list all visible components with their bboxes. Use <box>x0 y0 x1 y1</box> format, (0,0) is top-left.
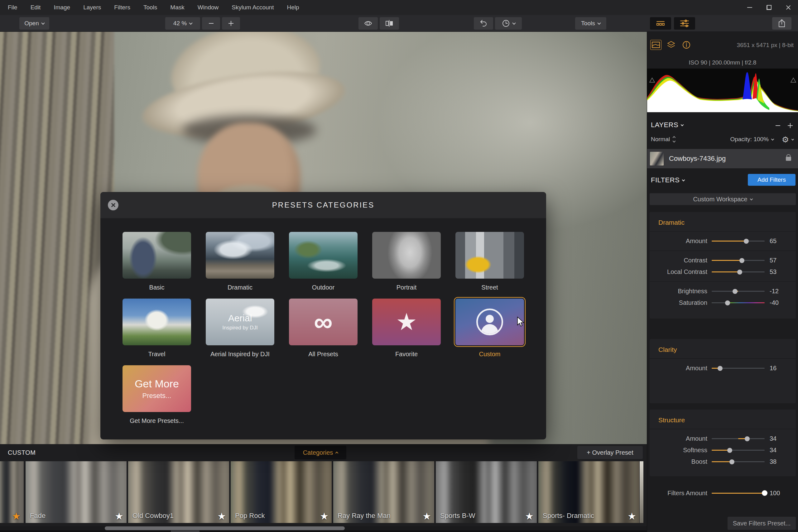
layer-settings-button[interactable] <box>782 135 794 145</box>
favorite-star-icon[interactable]: ★ <box>12 511 21 521</box>
zoom-level-dropdown[interactable]: 42 % <box>165 17 200 30</box>
favorite-star-icon[interactable]: ★ <box>422 511 431 521</box>
filmstrip-scrollbar-track[interactable] <box>0 526 647 530</box>
promo-subtitle: Presets... <box>142 392 171 400</box>
bottom-scrollbar-thumb[interactable] <box>171 530 200 532</box>
slider-track-amount[interactable] <box>712 241 765 242</box>
slider-knob-brightness[interactable] <box>733 289 738 294</box>
layers-title-button[interactable]: LAYERS <box>651 121 683 129</box>
open-button[interactable]: Open <box>19 17 49 30</box>
slider-knob-local-contrast[interactable] <box>737 270 742 274</box>
category-card-custom[interactable] <box>455 299 524 345</box>
blend-mode-dropdown[interactable]: Normal <box>651 136 675 143</box>
category-card-street[interactable] <box>455 232 524 279</box>
slider-track-boost[interactable] <box>712 461 765 462</box>
histogram-graph-icon <box>647 69 798 112</box>
slider-knob-amount[interactable] <box>718 366 723 371</box>
menu-item-edit[interactable]: Edit <box>24 0 48 15</box>
remove-layer-button[interactable] <box>774 121 782 130</box>
slider-knob-amount[interactable] <box>744 239 749 244</box>
close-window-button[interactable] <box>783 2 794 13</box>
categories-button[interactable]: Categories <box>294 446 346 459</box>
menu-item-mask[interactable]: Mask <box>164 0 191 15</box>
layer-row[interactable]: Cowboys-7436.jpg <box>647 149 798 168</box>
add-layer-button[interactable] <box>786 121 794 130</box>
slider-track-amount[interactable] <box>712 438 765 439</box>
favorite-star-icon[interactable]: ★ <box>627 511 636 521</box>
minimize-button[interactable] <box>744 2 755 13</box>
category-card-outdoor[interactable] <box>289 232 358 279</box>
slider-track-filters-amount[interactable] <box>712 493 765 494</box>
slider-knob-amount[interactable] <box>745 436 750 441</box>
lock-icon[interactable] <box>786 157 791 161</box>
favorite-star-icon[interactable]: ★ <box>217 511 226 521</box>
tab-histogram[interactable] <box>650 40 662 50</box>
preset-tile-sports-b-w[interactable]: Sports B-W★ <box>436 461 537 523</box>
undo-button[interactable] <box>474 17 493 30</box>
menu-item-tools[interactable]: Tools <box>137 0 164 15</box>
slider-track-amount[interactable] <box>712 368 765 369</box>
category-card-aerial-inspired-by-dji[interactable]: AerialInspired by DJI <box>206 299 274 345</box>
compare-button[interactable] <box>380 17 399 30</box>
slider-knob-softness[interactable] <box>727 448 732 453</box>
preset-tile-pop-rock[interactable]: Pop Rock★ <box>231 461 332 523</box>
presets-panel-toggle[interactable] <box>650 17 671 30</box>
slider-knob-saturation[interactable] <box>725 301 730 305</box>
favorite-star-icon[interactable]: ★ <box>115 511 124 521</box>
slider-label: Filters Amount <box>650 490 707 497</box>
preset-tile-partial[interactable]: ★ <box>0 461 24 523</box>
menu-item-skylum-account[interactable]: Skylum Account <box>225 0 280 15</box>
slider-knob-contrast[interactable] <box>739 258 744 263</box>
filters-title-button[interactable]: FILTERS <box>651 176 685 184</box>
menu-item-filters[interactable]: Filters <box>108 0 137 15</box>
category-card-travel[interactable] <box>122 299 191 345</box>
menu-item-image[interactable]: Image <box>47 0 77 15</box>
slider-knob-boost[interactable] <box>729 459 735 464</box>
save-filters-preset-button[interactable]: Save Filters Preset... <box>727 517 796 530</box>
slider-label: Softness <box>650 446 707 454</box>
slider-track-softness[interactable] <box>712 450 765 451</box>
preset-tile-old-cowboy1[interactable]: Old Cowboy1★ <box>128 461 229 523</box>
modal-close-button[interactable] <box>108 200 118 210</box>
slider-track-contrast[interactable] <box>712 260 765 261</box>
menu-item-help[interactable]: Help <box>280 0 305 15</box>
category-label: Dramatic <box>228 284 252 291</box>
tools-dropdown[interactable]: Tools <box>575 17 606 30</box>
category-card-basic[interactable] <box>122 232 191 279</box>
restore-button[interactable] <box>764 2 774 13</box>
add-filters-button[interactable]: Add Filters <box>748 174 796 186</box>
opacity-dropdown[interactable]: Opacity: 100% <box>730 136 774 143</box>
preset-tile-sports-dramatic[interactable]: Sports- Dramatic★ <box>538 461 639 523</box>
menu-item-layers[interactable]: Layers <box>77 0 108 15</box>
overlay-preset-button[interactable]: + Overlay Preset <box>577 446 643 459</box>
tab-layers[interactable] <box>666 40 677 50</box>
favorite-star-icon[interactable]: ★ <box>320 511 328 521</box>
tab-info[interactable] <box>681 40 692 50</box>
category-card-favorite[interactable]: ★ <box>372 299 441 345</box>
workspace-dropdown[interactable]: Custom Workspace <box>650 193 796 205</box>
slider-fill <box>712 241 746 242</box>
modal-body: BasicDramaticOutdoorPortraitStreetTravel… <box>100 218 546 439</box>
category-card-all-presets[interactable]: ∞ <box>289 299 358 345</box>
zoom-in-button[interactable] <box>222 17 240 30</box>
category-card-dramatic[interactable] <box>206 232 274 279</box>
menu-item-file[interactable]: File <box>1 0 24 15</box>
slider-track-brightness[interactable] <box>712 291 765 292</box>
export-button[interactable] <box>772 17 792 30</box>
category-card-get-more-presets[interactable]: Get MorePresets... <box>122 365 191 412</box>
filters-panel-toggle[interactable] <box>674 17 695 30</box>
quick-preview-button[interactable] <box>359 17 378 30</box>
category-card-portrait[interactable] <box>372 232 441 279</box>
partial-preset-tile[interactable] <box>640 461 643 523</box>
menu-item-window[interactable]: Window <box>191 0 225 15</box>
preset-tile-fade[interactable]: Fade★ <box>25 461 127 523</box>
zoom-out-button[interactable] <box>202 17 220 30</box>
slider-group: Amount65 <box>650 231 796 251</box>
filmstrip-scrollbar-thumb[interactable] <box>105 526 345 530</box>
slider-knob-filters-amount[interactable] <box>762 490 767 496</box>
slider-track-local-contrast[interactable] <box>712 271 765 272</box>
favorite-star-icon[interactable]: ★ <box>525 511 534 521</box>
slider-track-saturation[interactable] <box>712 302 765 303</box>
history-button[interactable] <box>495 17 522 30</box>
preset-tile-ray-ray-the-man[interactable]: Ray Ray the Man★ <box>333 461 434 523</box>
